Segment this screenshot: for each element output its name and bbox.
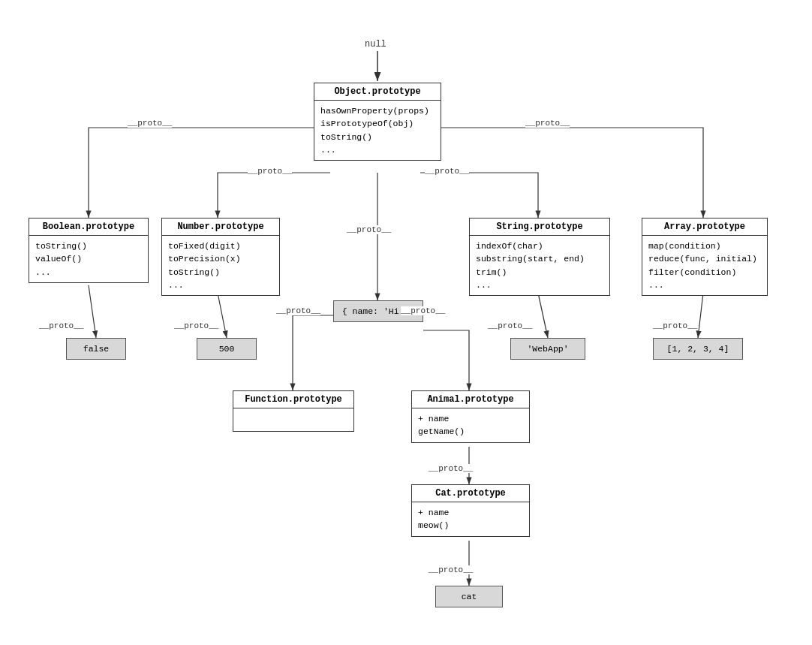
- string-prototype-box: String.prototype indexOf(char) substring…: [469, 218, 610, 296]
- proto-label-500: __proto__: [174, 321, 218, 330]
- svg-line-3: [89, 285, 96, 338]
- object-prototype-box: Object.prototype hasOwnProperty(props) i…: [314, 83, 441, 161]
- num500-box: 500: [197, 338, 257, 360]
- proto-label-array-val: __proto__: [653, 321, 697, 330]
- string-prototype-body: indexOf(char) substring(start, end) trim…: [470, 236, 609, 295]
- false-value: false: [67, 339, 125, 359]
- number-prototype-title: Number.prototype: [162, 219, 279, 236]
- svg-line-4: [218, 293, 227, 338]
- boolean-prototype-box: Boolean.prototype toString() valueOf() .…: [29, 218, 149, 283]
- proto-label-str: __proto__: [425, 167, 469, 176]
- animal-prototype-title: Animal.prototype: [412, 391, 529, 408]
- num500-value: 500: [197, 339, 256, 359]
- array-val-value: [1, 2, 3, 4]: [654, 339, 742, 359]
- proto-label-false: __proto__: [39, 321, 83, 330]
- array-prototype-body: map(condition) reduce(func, initial) fil…: [642, 236, 767, 295]
- animal-prototype-body: + name getName(): [412, 408, 529, 442]
- proto-label-bool: __proto__: [128, 119, 172, 128]
- function-prototype-body: [233, 408, 353, 431]
- false-box: false: [66, 338, 126, 360]
- webapp-value: 'WebApp': [511, 339, 585, 359]
- array-val-box: [1, 2, 3, 4]: [653, 338, 743, 360]
- number-prototype-box: Number.prototype toFixed(digit) toPrecis…: [161, 218, 280, 296]
- diagram: null Object.prototype hasOwnProperty(pro…: [0, 0, 812, 645]
- null-label: null: [365, 39, 386, 50]
- svg-line-6: [698, 293, 703, 338]
- array-prototype-title: Array.prototype: [642, 219, 767, 236]
- proto-label-num: __proto__: [248, 167, 292, 176]
- cat-instance-box: cat: [435, 586, 503, 607]
- proto-label-animal: __proto__: [401, 306, 445, 315]
- cat-prototype-body: + name meow(): [412, 502, 529, 536]
- proto-label-obj-hi: __proto__: [347, 225, 391, 234]
- proto-label-func: __proto__: [276, 306, 320, 315]
- number-prototype-body: toFixed(digit) toPrecision(x) toString()…: [162, 236, 279, 295]
- webapp-box: 'WebApp': [510, 338, 585, 360]
- proto-label-cat: __proto__: [429, 464, 473, 473]
- cat-instance-value: cat: [436, 586, 502, 607]
- cat-prototype-title: Cat.prototype: [412, 485, 529, 502]
- string-prototype-title: String.prototype: [470, 219, 609, 236]
- object-prototype-title: Object.prototype: [314, 83, 441, 101]
- proto-label-arr: __proto__: [525, 119, 570, 128]
- boolean-prototype-title: Boolean.prototype: [29, 219, 148, 236]
- boolean-prototype-body: toString() valueOf() ...: [29, 236, 148, 282]
- function-prototype-title: Function.prototype: [233, 391, 353, 408]
- function-prototype-box: Function.prototype: [233, 390, 354, 432]
- proto-label-webapp: __proto__: [488, 321, 532, 330]
- animal-prototype-box: Animal.prototype + name getName(): [411, 390, 530, 443]
- array-prototype-box: Array.prototype map(condition) reduce(fu…: [642, 218, 768, 296]
- cat-prototype-box: Cat.prototype + name meow(): [411, 484, 530, 537]
- proto-label-cat-inst: __proto__: [429, 565, 473, 574]
- object-prototype-body: hasOwnProperty(props) isPrototypeOf(obj)…: [314, 101, 441, 160]
- svg-line-5: [538, 293, 548, 338]
